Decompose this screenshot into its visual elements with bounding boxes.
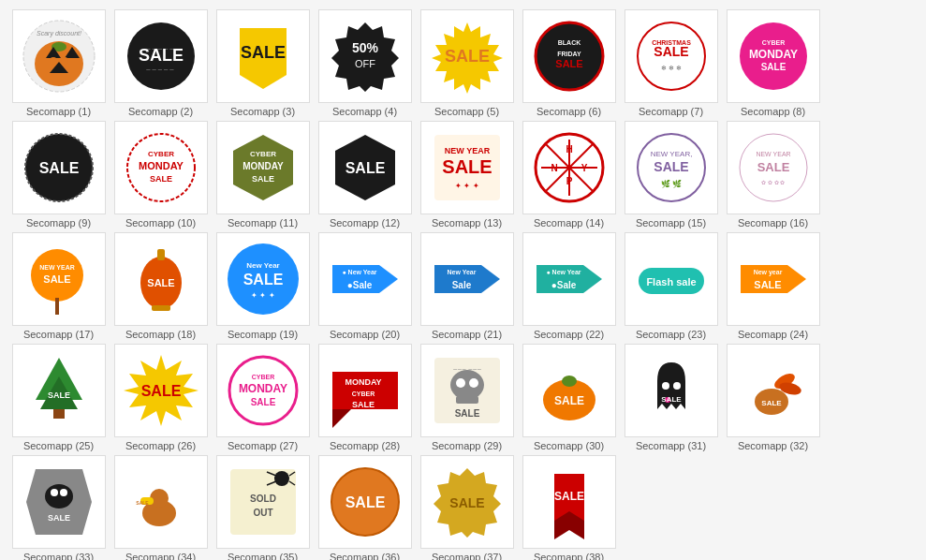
badge-item-18[interactable]: SALE Secomapp (18) xyxy=(111,232,210,340)
badge-item-13[interactable]: NEW YEAR SALE ✦ ✦ ✦ Secomapp (13) xyxy=(418,121,516,228)
badge-item-30[interactable]: SALE Secomapp (30) xyxy=(520,344,618,451)
badge-thumb-24: New year SALE xyxy=(727,232,820,326)
badge-item-21[interactable]: New Year Sale Secomapp (21) xyxy=(418,232,516,340)
badge-item-33[interactable]: SALE Secomapp (33) xyxy=(9,455,108,560)
badge-item-27[interactable]: CYBER MONDAY SALE Secomapp (27) xyxy=(213,344,312,451)
badge-item-36[interactable]: SALE Secomapp (36) xyxy=(316,455,414,560)
badge-item-22[interactable]: ● New Year ●Sale Secomapp (22) xyxy=(520,232,618,340)
badge-item-5[interactable]: SALE Secomapp (5) xyxy=(418,9,516,117)
svg-text:●Sale: ●Sale xyxy=(346,280,372,290)
badge-item-14[interactable]: H Y P N Secomapp (14) xyxy=(520,121,618,228)
svg-text:SALE: SALE xyxy=(553,394,583,407)
badge-item-15[interactable]: NEW YEAR, SALE 🌿 🌿 Secomapp (15) xyxy=(622,121,720,228)
badge-thumb-14: H Y P N xyxy=(522,121,616,214)
svg-point-7 xyxy=(50,57,57,65)
svg-text:✦ ✦ ✦: ✦ ✦ ✦ xyxy=(251,291,274,300)
svg-text:SALE: SALE xyxy=(757,160,789,174)
badge-item-7[interactable]: CHRISTMAS SALE ❄ ❄ ❄ Secomapp (7) xyxy=(622,9,720,117)
badge-item-34[interactable]: SALE Secomapp (34) xyxy=(111,455,210,560)
badge-label-7: Secomapp (7) xyxy=(639,106,703,117)
svg-text:SALE: SALE xyxy=(38,160,79,176)
svg-text:SALE: SALE xyxy=(555,58,582,69)
badge-item-31[interactable]: SALE Secomapp (31) xyxy=(622,344,720,451)
badge-thumb-25: SALE xyxy=(12,344,106,437)
svg-text:● New Year: ● New Year xyxy=(342,269,376,275)
badge-label-17: Secomapp (17) xyxy=(23,329,94,340)
badge-item-29[interactable]: SALE ~~~ ~~~ Secomapp (29) xyxy=(418,344,516,451)
badge-item-28[interactable]: MONDAY CYBER SALE Secomapp (28) xyxy=(316,344,414,451)
svg-rect-91 xyxy=(53,409,65,419)
badge-item-11[interactable]: CYBER MONDAY SALE Secomapp (11) xyxy=(213,121,312,228)
svg-text:🌿 🌿: 🌿 🌿 xyxy=(660,179,681,188)
svg-text:SALE: SALE xyxy=(43,273,70,285)
svg-text:●Sale: ●Sale xyxy=(551,280,576,290)
badge-thumb-21: New Year Sale xyxy=(420,232,514,326)
svg-text:SALE: SALE xyxy=(345,494,385,510)
svg-text:SALE: SALE xyxy=(251,174,273,184)
badge-item-24[interactable]: New year SALE Secomapp (24) xyxy=(724,232,822,340)
badge-thumb-35: SOLD OUT xyxy=(216,455,310,549)
badge-item-3[interactable]: SALE Secomapp (3) xyxy=(213,9,312,117)
badge-label-28: Secomapp (28) xyxy=(330,440,400,451)
badge-grid: Scary discount! Secomapp (1) ───── SALE … xyxy=(0,0,926,560)
badge-label-20: Secomapp (20) xyxy=(330,329,400,340)
badge-thumb-15: NEW YEAR, SALE 🌿 🌿 xyxy=(625,121,718,214)
svg-text:MONDAY: MONDAY xyxy=(243,161,284,171)
svg-point-131 xyxy=(274,471,289,486)
badge-item-20[interactable]: ● New Year ●Sale Secomapp (20) xyxy=(316,232,414,340)
svg-text:OFF: OFF xyxy=(355,58,375,69)
svg-text:CYBER: CYBER xyxy=(249,150,275,158)
svg-text:SALE: SALE xyxy=(243,272,283,287)
svg-text:SALE: SALE xyxy=(654,44,688,59)
svg-text:SALE: SALE xyxy=(149,174,171,184)
badge-item-19[interactable]: New Year SALE ✦ ✦ ✦ Secomapp (19) xyxy=(213,232,312,340)
badge-item-8[interactable]: CYBER MONDAY SALE Secomapp (8) xyxy=(724,9,822,117)
badge-item-26[interactable]: SALE Secomapp (26) xyxy=(111,344,210,451)
svg-point-104 xyxy=(450,370,484,400)
badge-thumb-6: BLACK FRIDAY SALE xyxy=(522,9,616,103)
badge-label-31: Secomapp (31) xyxy=(636,440,706,451)
badge-item-23[interactable]: Flash sale Secomapp (23) xyxy=(622,232,720,340)
badge-item-16[interactable]: NEW YEAR SALE ✿ ✿ ✿ ✿ Secomapp (16) xyxy=(724,121,822,228)
badge-item-32[interactable]: SALE Secomapp (32) xyxy=(724,344,822,451)
badge-item-6[interactable]: BLACK FRIDAY SALE Secomapp (6) xyxy=(520,9,618,117)
svg-text:Scary discount!: Scary discount! xyxy=(37,30,81,37)
badge-item-37[interactable]: SALE Secomapp (37) xyxy=(418,455,516,560)
badge-label-11: Secomapp (11) xyxy=(228,217,298,228)
svg-text:Sale: Sale xyxy=(451,280,471,290)
svg-text:SALE: SALE xyxy=(345,160,385,176)
svg-text:❄ ❄ ❄: ❄ ❄ ❄ xyxy=(661,65,682,71)
badge-label-1: Secomapp (1) xyxy=(26,106,91,117)
svg-text:SALE: SALE xyxy=(454,408,479,419)
svg-rect-105 xyxy=(456,396,478,404)
badge-thumb-5: SALE xyxy=(420,9,514,103)
badge-item-12[interactable]: SALE Secomapp (12) xyxy=(316,121,414,228)
badge-thumb-10: CYBER MONDAY SALE xyxy=(114,121,208,214)
badge-item-1[interactable]: Scary discount! Secomapp (1) xyxy=(9,9,108,117)
svg-text:CYBER: CYBER xyxy=(251,374,274,380)
badge-item-2[interactable]: ───── SALE ───── Secomapp (2) xyxy=(111,9,210,117)
svg-text:SALE: SALE xyxy=(449,495,484,510)
badge-item-4[interactable]: 50% OFF Secomapp (4) xyxy=(316,9,414,117)
badge-item-10[interactable]: CYBER MONDAY SALE Secomapp (10) xyxy=(111,121,210,228)
svg-text:SALE: SALE xyxy=(140,383,181,399)
svg-text:SOLD: SOLD xyxy=(250,494,276,504)
svg-text:SALE: SALE xyxy=(250,397,275,407)
badge-thumb-20: ● New Year ●Sale xyxy=(318,232,412,326)
badge-label-32: Secomapp (32) xyxy=(738,440,808,451)
badge-item-9[interactable]: SALE Secomapp (9) xyxy=(9,121,108,228)
badge-thumb-34: SALE xyxy=(114,455,208,549)
svg-text:Flash sale: Flash sale xyxy=(646,276,696,287)
badge-label-26: Secomapp (26) xyxy=(125,440,196,451)
badge-item-25[interactable]: SALE Secomapp (25) xyxy=(9,344,108,451)
badge-item-38[interactable]: SALE Secomapp (38) xyxy=(520,455,618,560)
svg-text:Y: Y xyxy=(581,163,587,173)
badge-item-35[interactable]: SOLD OUT Secomapp (35) xyxy=(213,455,312,560)
svg-point-114 xyxy=(673,382,681,390)
badge-label-3: Secomapp (3) xyxy=(230,106,295,117)
badge-item-17[interactable]: NEW YEAR SALE Secomapp (17) xyxy=(9,232,108,340)
badge-label-23: Secomapp (23) xyxy=(636,329,706,340)
badge-thumb-32: SALE xyxy=(727,344,820,437)
badge-thumb-37: SALE xyxy=(420,455,514,549)
badge-label-8: Secomapp (8) xyxy=(741,106,805,117)
